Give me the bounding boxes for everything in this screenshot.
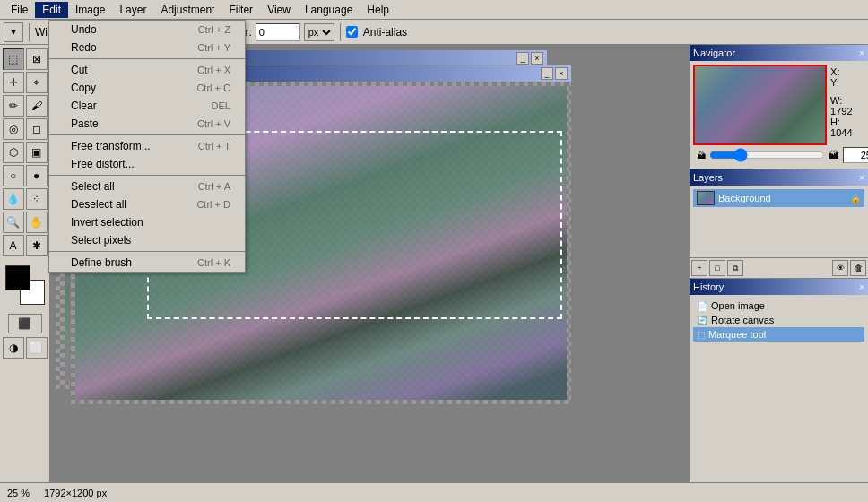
- menu-redo[interactable]: Redo Ctrl + Y: [50, 45, 245, 56]
- tool-row-2: ✛ ⌖: [3, 72, 48, 93]
- menu-redo-shortcut: Ctrl + Y: [197, 45, 230, 53]
- toolbar-separator-3: [340, 23, 341, 41]
- history-item-open[interactable]: 📄 Open image: [693, 299, 864, 313]
- tool-brush[interactable]: 🖌: [26, 95, 48, 117]
- window-minimize-1[interactable]: _: [516, 52, 529, 65]
- nav-zoom-slider[interactable]: [709, 149, 825, 161]
- menu-paste-label: Paste: [71, 117, 99, 130]
- tool-bucket[interactable]: ⬡: [3, 142, 24, 163]
- history-item-marquee[interactable]: ⬚ Marquee tool: [693, 327, 864, 342]
- toolbar-separator-1: [29, 23, 30, 41]
- nav-mountain-right-icon: 🏔: [829, 149, 839, 161]
- layer-group-btn[interactable]: □: [709, 260, 725, 276]
- tool-row-3: ✏ 🖌: [3, 95, 48, 117]
- menu-deselect-all[interactable]: Deselect all Ctrl + D: [50, 195, 245, 213]
- tool-marquee[interactable]: ⬚: [3, 48, 24, 70]
- tool-mode1[interactable]: ⬛: [8, 314, 42, 333]
- history-title: History: [693, 281, 724, 292]
- history-marquee-label: Marquee tool: [708, 329, 766, 340]
- menu-filter[interactable]: Filter: [221, 2, 260, 18]
- zoom-value: 25: [7, 488, 18, 498]
- history-close[interactable]: ×: [859, 282, 864, 292]
- navigator-content: X: Y: W: 1792 H: 1044 🏔 🏔 %: [690, 61, 868, 169]
- history-item-rotate[interactable]: 🔄 Rotate canvas: [693, 313, 864, 327]
- nav-h: H: 1044: [830, 117, 852, 138]
- menu-free-transform[interactable]: Free transform... Ctrl + T: [50, 137, 245, 155]
- navigator-preview: [693, 65, 827, 145]
- menu-file[interactable]: File: [4, 2, 35, 18]
- window-minimize-2[interactable]: _: [541, 67, 553, 80]
- menu-free-distort[interactable]: Free distort...: [50, 155, 245, 173]
- menu-free-transform-label: Free transform...: [71, 140, 151, 152]
- menu-layer[interactable]: Layer: [112, 2, 153, 18]
- tool-quickmask[interactable]: ◑: [3, 337, 24, 359]
- feather-input[interactable]: [256, 23, 300, 41]
- tools-panel: ⬚ ⊠ ✛ ⌖ ✏ 🖌 ◎ ◻ ⬡ ▣ ○ ● 💧 ⁘ 🔍 ✋: [0, 45, 50, 482]
- window-close-2[interactable]: ×: [555, 67, 568, 80]
- tool-smudge[interactable]: ⁘: [26, 188, 48, 210]
- history-open-icon: 📄: [697, 301, 707, 311]
- tool-hand[interactable]: ✋: [26, 212, 48, 233]
- menu-clear[interactable]: Clear DEL: [50, 97, 245, 115]
- tool-zoom[interactable]: 🔍: [3, 212, 24, 233]
- tool-text[interactable]: A: [3, 235, 24, 256]
- menu-copy[interactable]: Copy Ctrl + C: [50, 79, 245, 97]
- antialias-checkbox[interactable]: [346, 26, 358, 38]
- menu-cut-label: Cut: [71, 64, 88, 76]
- menu-deselect-all-label: Deselect all: [71, 198, 126, 211]
- menu-select-all-label: Select all: [71, 180, 115, 193]
- tool-clone[interactable]: ◎: [3, 118, 24, 140]
- tool-gradient[interactable]: ▣: [26, 142, 48, 163]
- tool-lasso[interactable]: ⊠: [26, 48, 48, 70]
- navigator-title: Navigator: [693, 48, 735, 58]
- tool-crop[interactable]: ⌖: [26, 72, 48, 93]
- menu-define-brush[interactable]: Define brush Ctrl + K: [50, 254, 245, 272]
- layer-delete-btn[interactable]: 🗑: [850, 260, 866, 276]
- menu-adjustment[interactable]: Adjustment: [153, 2, 221, 18]
- menu-select-pixels[interactable]: Select pixels: [50, 231, 245, 249]
- menu-language[interactable]: Language: [298, 2, 360, 18]
- layer-add-btn[interactable]: +: [691, 260, 707, 276]
- status-dimensions: 1792×1200 px: [44, 488, 107, 498]
- toolbar-select-btn[interactable]: ▼: [4, 22, 23, 42]
- nav-zoom-row: 🏔 🏔 %: [693, 145, 864, 165]
- menu-help[interactable]: Help: [360, 2, 396, 18]
- menu-select-pixels-label: Select pixels: [71, 234, 131, 247]
- menu-paste[interactable]: Paste Ctrl + V: [50, 115, 245, 133]
- menu-sep-1: [50, 58, 245, 59]
- feather-select[interactable]: px: [304, 23, 334, 41]
- menu-cut[interactable]: Cut Ctrl + X: [50, 61, 245, 79]
- tool-pencil[interactable]: ✏: [3, 95, 24, 117]
- nav-zoom-input[interactable]: [843, 147, 868, 163]
- tool-path[interactable]: ✱: [26, 235, 48, 256]
- menu-define-brush-shortcut: Ctrl + K: [197, 257, 230, 268]
- nav-info: X: Y: W: 1792 H: 1044: [830, 65, 864, 138]
- nav-mountain-left-icon: 🏔: [697, 151, 706, 160]
- window-buttons-2: _ ×: [541, 67, 568, 80]
- menu-define-brush-label: Define brush: [71, 256, 132, 269]
- menu-invert-selection[interactable]: Invert selection: [50, 213, 245, 231]
- status-zoom: 25 %: [7, 488, 30, 498]
- window-close-1[interactable]: ×: [531, 52, 543, 65]
- tool-eyedropper[interactable]: 💧: [3, 188, 24, 210]
- tool-eraser[interactable]: ◻: [26, 118, 48, 140]
- tool-move[interactable]: ✛: [3, 72, 24, 93]
- tool-dodge[interactable]: ○: [3, 165, 24, 186]
- tool-fullscreen[interactable]: ⬜: [26, 337, 48, 359]
- tool-burn[interactable]: ●: [26, 165, 48, 186]
- menu-select-all[interactable]: Select all Ctrl + A: [50, 177, 245, 195]
- layers-titlebar: Layers ×: [690, 169, 868, 186]
- layer-copy-btn[interactable]: ⧉: [727, 260, 743, 276]
- tool-row-8: 🔍 ✋: [3, 212, 48, 233]
- navigator-close[interactable]: ×: [859, 48, 864, 58]
- menu-image[interactable]: Image: [68, 2, 112, 18]
- foreground-color[interactable]: [5, 265, 30, 290]
- menu-edit[interactable]: Edit: [35, 2, 68, 18]
- layer-visibility-btn[interactable]: 👁: [832, 260, 848, 276]
- nav-dims-row: W: 1792 H: 1044: [830, 95, 864, 138]
- tool-row-5: ⬡ ▣: [3, 142, 48, 163]
- menu-view[interactable]: View: [260, 2, 298, 18]
- nav-w: W: 1792: [830, 95, 852, 117]
- layer-item-background[interactable]: Background 🔒: [693, 189, 864, 207]
- layers-close[interactable]: ×: [859, 173, 864, 183]
